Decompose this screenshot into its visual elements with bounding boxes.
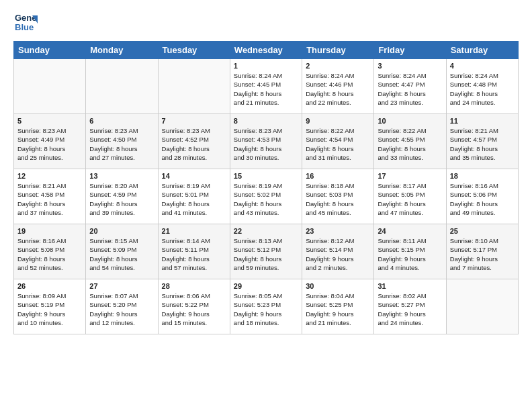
calendar-day-cell: 17Sunrise: 8:17 AMSunset: 5:05 PMDayligh… — [374, 169, 446, 224]
weekday-header-tuesday: Tuesday — [158, 42, 230, 59]
day-number: 14 — [162, 172, 226, 180]
calendar-day-cell: 1Sunrise: 8:24 AMSunset: 4:45 PMDaylight… — [230, 59, 302, 114]
day-number: 15 — [234, 172, 298, 180]
day-number: 9 — [306, 117, 370, 125]
day-number: 13 — [89, 172, 154, 180]
day-info: Sunrise: 8:13 AMSunset: 5:12 PMDaylight:… — [234, 236, 298, 272]
day-info: Sunrise: 8:20 AMSunset: 4:59 PMDaylight:… — [89, 181, 154, 217]
calendar-body: 1Sunrise: 8:24 AMSunset: 4:45 PMDaylight… — [14, 59, 519, 334]
calendar-day-cell — [446, 279, 518, 334]
calendar-day-cell — [14, 59, 86, 114]
day-number: 21 — [162, 227, 226, 235]
weekday-header-sunday: Sunday — [14, 42, 86, 59]
calendar-day-cell: 7Sunrise: 8:23 AMSunset: 4:52 PMDaylight… — [158, 114, 230, 169]
calendar-header: SundayMondayTuesdayWednesdayThursdayFrid… — [14, 42, 519, 59]
day-info: Sunrise: 8:19 AMSunset: 5:02 PMDaylight:… — [234, 181, 298, 217]
calendar-day-cell: 27Sunrise: 8:07 AMSunset: 5:20 PMDayligh… — [86, 279, 158, 334]
day-info: Sunrise: 8:24 AMSunset: 4:48 PMDaylight:… — [450, 71, 515, 107]
day-info: Sunrise: 8:11 AMSunset: 5:15 PMDaylight:… — [378, 236, 442, 272]
day-number: 22 — [234, 227, 298, 235]
calendar-day-cell: 6Sunrise: 8:23 AMSunset: 4:50 PMDaylight… — [86, 114, 158, 169]
day-number: 27 — [89, 282, 154, 290]
day-info: Sunrise: 8:24 AMSunset: 4:47 PMDaylight:… — [378, 71, 442, 107]
day-info: Sunrise: 8:16 AMSunset: 5:08 PMDaylight:… — [17, 236, 82, 272]
day-info: Sunrise: 8:21 AMSunset: 4:57 PMDaylight:… — [450, 126, 515, 162]
day-number: 26 — [17, 282, 82, 290]
day-info: Sunrise: 8:23 AMSunset: 4:49 PMDaylight:… — [17, 126, 82, 162]
calendar-day-cell: 15Sunrise: 8:19 AMSunset: 5:02 PMDayligh… — [230, 169, 302, 224]
day-number: 5 — [17, 117, 82, 125]
day-info: Sunrise: 8:22 AMSunset: 4:55 PMDaylight:… — [378, 126, 442, 162]
day-info: Sunrise: 8:19 AMSunset: 5:01 PMDaylight:… — [162, 181, 226, 217]
calendar-table: SundayMondayTuesdayWednesdayThursdayFrid… — [13, 41, 519, 334]
day-info: Sunrise: 8:16 AMSunset: 5:06 PMDaylight:… — [450, 181, 515, 217]
day-info: Sunrise: 8:21 AMSunset: 4:58 PMDaylight:… — [17, 181, 82, 217]
day-number: 7 — [162, 117, 226, 125]
calendar-day-cell — [86, 59, 158, 114]
day-info: Sunrise: 8:18 AMSunset: 5:03 PMDaylight:… — [306, 181, 370, 217]
weekday-header-monday: Monday — [86, 42, 158, 59]
day-info: Sunrise: 8:09 AMSunset: 5:19 PMDaylight:… — [17, 291, 82, 327]
day-info: Sunrise: 8:04 AMSunset: 5:25 PMDaylight:… — [306, 291, 370, 327]
day-number: 2 — [306, 62, 370, 70]
day-number: 24 — [378, 227, 442, 235]
calendar-day-cell — [158, 59, 230, 114]
weekday-header-friday: Friday — [374, 42, 446, 59]
calendar-day-cell: 4Sunrise: 8:24 AMSunset: 4:48 PMDaylight… — [446, 59, 518, 114]
day-info: Sunrise: 8:10 AMSunset: 5:17 PMDaylight:… — [450, 236, 515, 272]
day-info: Sunrise: 8:07 AMSunset: 5:20 PMDaylight:… — [89, 291, 154, 327]
day-number: 19 — [17, 227, 82, 235]
day-info: Sunrise: 8:12 AMSunset: 5:14 PMDaylight:… — [306, 236, 370, 272]
calendar-day-cell: 23Sunrise: 8:12 AMSunset: 5:14 PMDayligh… — [302, 224, 374, 279]
day-info: Sunrise: 8:24 AMSunset: 4:45 PMDaylight:… — [234, 71, 298, 107]
calendar-week-row: 12Sunrise: 8:21 AMSunset: 4:58 PMDayligh… — [14, 169, 519, 224]
day-number: 30 — [306, 282, 370, 290]
day-info: Sunrise: 8:02 AMSunset: 5:27 PMDaylight:… — [378, 291, 442, 327]
page-header: General Blue — [13, 10, 519, 34]
calendar-day-cell: 3Sunrise: 8:24 AMSunset: 4:47 PMDaylight… — [374, 59, 446, 114]
calendar-day-cell: 2Sunrise: 8:24 AMSunset: 4:46 PMDaylight… — [302, 59, 374, 114]
calendar-day-cell: 31Sunrise: 8:02 AMSunset: 5:27 PMDayligh… — [374, 279, 446, 334]
day-number: 23 — [306, 227, 370, 235]
day-number: 20 — [89, 227, 154, 235]
day-number: 6 — [89, 117, 154, 125]
calendar-day-cell: 26Sunrise: 8:09 AMSunset: 5:19 PMDayligh… — [14, 279, 86, 334]
calendar-day-cell: 19Sunrise: 8:16 AMSunset: 5:08 PMDayligh… — [14, 224, 86, 279]
day-number: 25 — [450, 227, 515, 235]
weekday-header-wednesday: Wednesday — [230, 42, 302, 59]
calendar-day-cell: 21Sunrise: 8:14 AMSunset: 5:11 PMDayligh… — [158, 224, 230, 279]
day-number: 16 — [306, 172, 370, 180]
day-number: 10 — [378, 117, 442, 125]
calendar-day-cell: 29Sunrise: 8:05 AMSunset: 5:23 PMDayligh… — [230, 279, 302, 334]
day-number: 4 — [450, 62, 515, 70]
day-info: Sunrise: 8:24 AMSunset: 4:46 PMDaylight:… — [306, 71, 370, 107]
calendar-day-cell: 9Sunrise: 8:22 AMSunset: 4:54 PMDaylight… — [302, 114, 374, 169]
day-info: Sunrise: 8:05 AMSunset: 5:23 PMDaylight:… — [234, 291, 298, 327]
day-info: Sunrise: 8:23 AMSunset: 4:52 PMDaylight:… — [162, 126, 226, 162]
day-info: Sunrise: 8:17 AMSunset: 5:05 PMDaylight:… — [378, 181, 442, 217]
day-info: Sunrise: 8:22 AMSunset: 4:54 PMDaylight:… — [306, 126, 370, 162]
day-number: 31 — [378, 282, 442, 290]
calendar-week-row: 26Sunrise: 8:09 AMSunset: 5:19 PMDayligh… — [14, 279, 519, 334]
day-number: 11 — [450, 117, 515, 125]
day-number: 8 — [234, 117, 298, 125]
svg-text:Blue: Blue — [15, 22, 34, 32]
calendar-day-cell: 20Sunrise: 8:15 AMSunset: 5:09 PMDayligh… — [86, 224, 158, 279]
calendar-week-row: 5Sunrise: 8:23 AMSunset: 4:49 PMDaylight… — [14, 114, 519, 169]
calendar-day-cell: 28Sunrise: 8:06 AMSunset: 5:22 PMDayligh… — [158, 279, 230, 334]
calendar-day-cell: 5Sunrise: 8:23 AMSunset: 4:49 PMDaylight… — [14, 114, 86, 169]
day-info: Sunrise: 8:14 AMSunset: 5:11 PMDaylight:… — [162, 236, 226, 272]
day-number: 1 — [234, 62, 298, 70]
calendar-day-cell: 11Sunrise: 8:21 AMSunset: 4:57 PMDayligh… — [446, 114, 518, 169]
calendar-day-cell: 22Sunrise: 8:13 AMSunset: 5:12 PMDayligh… — [230, 224, 302, 279]
calendar-day-cell: 30Sunrise: 8:04 AMSunset: 5:25 PMDayligh… — [302, 279, 374, 334]
day-number: 17 — [378, 172, 442, 180]
calendar-day-cell: 14Sunrise: 8:19 AMSunset: 5:01 PMDayligh… — [158, 169, 230, 224]
logo-icon: General Blue — [13, 10, 38, 34]
calendar-day-cell: 13Sunrise: 8:20 AMSunset: 4:59 PMDayligh… — [86, 169, 158, 224]
calendar-week-row: 1Sunrise: 8:24 AMSunset: 4:45 PMDaylight… — [14, 59, 519, 114]
calendar-day-cell: 18Sunrise: 8:16 AMSunset: 5:06 PMDayligh… — [446, 169, 518, 224]
logo: General Blue — [13, 10, 40, 34]
day-info: Sunrise: 8:06 AMSunset: 5:22 PMDaylight:… — [162, 291, 226, 327]
page-container: General Blue SundayMondayTuesdayWednesda… — [0, 0, 532, 341]
